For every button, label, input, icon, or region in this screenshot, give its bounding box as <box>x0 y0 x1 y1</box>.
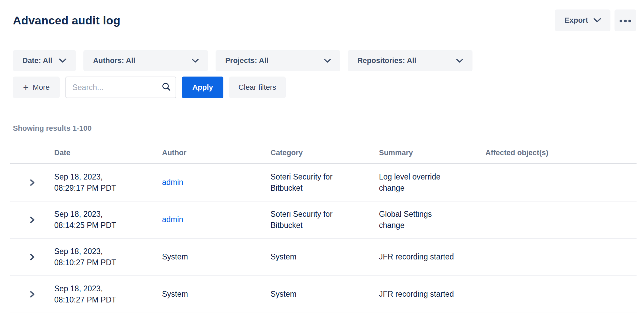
category-text: Soteri Security for Bitbucket <box>270 209 379 231</box>
summary-text: JFR recording started <box>379 251 485 262</box>
affected-objects-cell <box>485 201 637 238</box>
audit-log-table: Date Author Category Summary Affected ob… <box>10 148 637 313</box>
top-actions: Export <box>555 9 636 31</box>
ellipsis-icon <box>619 16 631 25</box>
date-cell: Sep 18, 2023, 08:14:25 PM PDT <box>54 201 162 238</box>
row-expander-cell <box>10 164 54 201</box>
search-field-wrapper <box>65 77 176 98</box>
author-link[interactable]: admin <box>162 178 183 187</box>
date-text: Sep 18, 2023, 08:10:27 PM PDT <box>54 246 162 268</box>
column-header-date: Date <box>54 148 162 164</box>
page-title: Advanced audit log <box>13 14 120 27</box>
filter-date-label: Date: All <box>22 56 52 65</box>
summary-cell: JFR recording started <box>379 276 485 313</box>
expander-column-header <box>10 148 54 164</box>
results-summary: Showing results 1-100 <box>13 124 636 133</box>
advanced-audit-log-page: Advanced audit log Export Date: All <box>0 0 644 315</box>
row-expander-cell <box>10 201 54 238</box>
chevron-down-icon <box>192 56 199 65</box>
audit-table-body: Sep 18, 2023, 08:29:17 PM PDTadminSoteri… <box>10 164 637 313</box>
date-text: Sep 18, 2023, 08:29:17 PM PDT <box>54 171 162 194</box>
chevron-right-icon <box>29 257 36 262</box>
chevron-down-icon <box>456 56 463 65</box>
table-row: Sep 18, 2023, 08:10:27 PM PDTSystemSyste… <box>10 276 637 313</box>
filter-repositories-dropdown[interactable]: Repositories: All <box>348 50 472 71</box>
chevron-right-icon <box>29 294 36 299</box>
column-header-affected: Affected object(s) <box>485 148 637 164</box>
clear-filters-button[interactable]: Clear filters <box>229 77 286 98</box>
category-text: System <box>270 289 379 300</box>
column-header-category: Category <box>270 148 379 164</box>
table-row: Sep 18, 2023, 08:29:17 PM PDTadminSoteri… <box>10 164 637 201</box>
category-cell: Soteri Security for Bitbucket <box>270 201 379 238</box>
affected-objects-cell <box>485 238 637 276</box>
affected-objects-cell <box>485 276 637 313</box>
category-cell: Soteri Security for Bitbucket <box>270 164 379 201</box>
export-button[interactable]: Export <box>555 9 610 31</box>
summary-cell: Global Settings change <box>379 201 485 238</box>
summary-text: Log level override change <box>379 171 485 194</box>
category-text: System <box>270 251 379 262</box>
table-row: Sep 18, 2023, 08:10:27 PM PDTSystemSyste… <box>10 238 637 276</box>
author-cell: System <box>162 276 270 313</box>
filter-projects-label: Projects: All <box>225 56 268 65</box>
chevron-down-icon <box>59 56 66 65</box>
date-cell: Sep 18, 2023, 08:29:17 PM PDT <box>54 164 162 201</box>
filter-date-dropdown[interactable]: Date: All <box>13 50 76 71</box>
author-cell: admin <box>162 201 270 238</box>
apply-button[interactable]: Apply <box>182 77 223 98</box>
filter-search-row: + More Apply Clear filters <box>13 77 636 98</box>
filter-repositories-label: Repositories: All <box>357 56 416 65</box>
author-text: System <box>162 289 270 300</box>
affected-objects-cell <box>485 164 637 201</box>
category-cell: System <box>270 238 379 276</box>
date-cell: Sep 18, 2023, 08:10:27 PM PDT <box>54 276 162 313</box>
row-expand-button[interactable] <box>27 288 38 300</box>
search-icon <box>162 82 171 93</box>
summary-cell: JFR recording started <box>379 238 485 276</box>
filter-dropdown-row: Date: All Authors: All Projects: All Rep… <box>13 50 636 71</box>
author-cell: admin <box>162 164 270 201</box>
search-input[interactable] <box>65 77 176 98</box>
chevron-down-icon <box>324 56 331 65</box>
column-header-summary: Summary <box>379 148 485 164</box>
filter-projects-dropdown[interactable]: Projects: All <box>216 50 340 71</box>
plus-icon: + <box>23 83 28 92</box>
column-header-author: Author <box>162 148 270 164</box>
chevron-right-icon <box>29 183 36 188</box>
table-row: Sep 18, 2023, 08:14:25 PM PDTadminSoteri… <box>10 201 637 238</box>
summary-text: Global Settings change <box>379 209 485 231</box>
date-text: Sep 18, 2023, 08:10:27 PM PDT <box>54 283 162 306</box>
author-text: System <box>162 251 270 262</box>
summary-cell: Log level override change <box>379 164 485 201</box>
summary-text: JFR recording started <box>379 289 485 300</box>
row-expander-cell <box>10 238 54 276</box>
filter-authors-label: Authors: All <box>93 56 135 65</box>
row-expander-cell <box>10 276 54 313</box>
row-expand-button[interactable] <box>27 176 38 189</box>
more-filters-button[interactable]: + More <box>13 77 60 98</box>
row-expand-button[interactable] <box>27 251 38 263</box>
category-cell: System <box>270 276 379 313</box>
filter-authors-dropdown[interactable]: Authors: All <box>83 50 208 71</box>
table-header-row: Date Author Category Summary Affected ob… <box>10 148 637 164</box>
top-bar: Advanced audit log Export <box>13 9 636 31</box>
row-expand-button[interactable] <box>27 214 38 226</box>
more-filters-label: More <box>33 83 49 92</box>
chevron-down-icon <box>593 16 601 25</box>
more-actions-button[interactable] <box>615 9 636 31</box>
export-button-label: Export <box>564 16 588 25</box>
category-text: Soteri Security for Bitbucket <box>270 171 379 194</box>
date-text: Sep 18, 2023, 08:14:25 PM PDT <box>54 209 162 231</box>
author-cell: System <box>162 238 270 276</box>
author-link[interactable]: admin <box>162 215 183 224</box>
date-cell: Sep 18, 2023, 08:10:27 PM PDT <box>54 238 162 276</box>
chevron-right-icon <box>29 220 36 225</box>
